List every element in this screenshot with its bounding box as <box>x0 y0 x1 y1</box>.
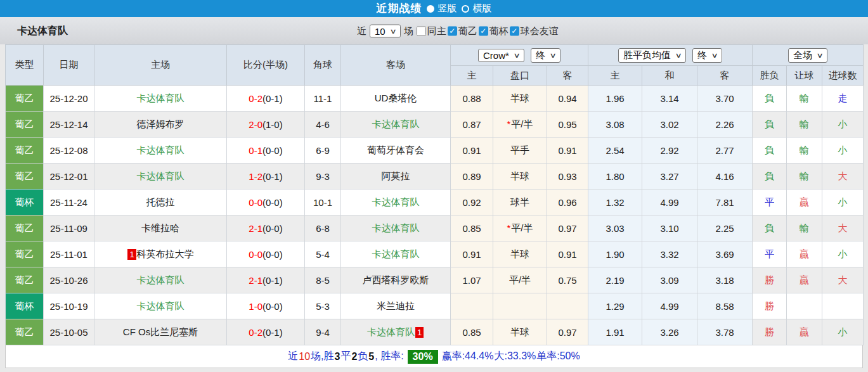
score-cell: 1-2(0-1) <box>227 164 305 189</box>
euro-home-odds: 1.91 <box>588 319 642 345</box>
col-header-date: 日期 <box>44 45 94 86</box>
recent-count-select[interactable]: 10 ∨ <box>370 24 401 37</box>
filter-checkbox-3[interactable]: ✓球会友谊 <box>510 25 559 37</box>
score-cell: 0-0(0-0) <box>227 189 305 215</box>
subheader-euro-away: 客 <box>697 66 753 86</box>
away-team-name[interactable]: 卡达体育队 <box>367 326 415 337</box>
summary-text-segment: , 胜率: <box>375 350 403 363</box>
filter-checkbox-0[interactable]: ✓同主 <box>417 25 446 37</box>
match-type-badge: 葡乙 <box>6 112 44 138</box>
euro-home-odds: 1.90 <box>588 241 642 267</box>
half-time-score: (0-1) <box>262 327 283 338</box>
result-wdl: 平 <box>753 241 787 267</box>
result-goals: 大 <box>822 215 864 241</box>
euro-away-odds: 2.26 <box>697 112 753 138</box>
checkbox-unchecked-icon[interactable]: ✓ <box>417 26 426 35</box>
summary-text-segment: 2 <box>351 351 357 362</box>
radio-selected-icon[interactable] <box>427 5 434 13</box>
result-handicap: 輸 <box>787 86 822 112</box>
home-team-name[interactable]: 德泽姆布罗 <box>137 119 185 129</box>
euro-odds-select[interactable]: 胜平负均值 ∨ <box>618 48 686 63</box>
checkbox-checked-icon[interactable]: ✓ <box>510 26 519 35</box>
asian-handicap: *平/半 <box>493 215 547 241</box>
euro-home-odds: 1.29 <box>588 293 642 319</box>
asian-handicap: *平/半 <box>493 112 547 138</box>
asian-time-value: 终 <box>536 49 545 61</box>
corner-count: 11-1 <box>305 86 341 112</box>
euro-home-odds: 3.08 <box>588 112 642 138</box>
away-team-name[interactable]: UD桑塔伦 <box>375 93 417 103</box>
away-team-name[interactable]: 卡达体育队 <box>372 119 420 129</box>
full-time-score: 0-2 <box>249 327 262 338</box>
filter-checkbox-label: 葡乙 <box>458 25 477 37</box>
result-handicap-value: 輸 <box>800 93 809 103</box>
result-goals-value: 走 <box>838 93 848 103</box>
home-team-name[interactable]: 卡达体育队 <box>137 93 185 103</box>
home-team-name[interactable]: 卡达体育队 <box>137 300 185 311</box>
score-cell: 0-1(0-0) <box>227 138 305 164</box>
table-row: 葡杯25-10-19卡达体育队1-0(0-0)5-3米兰迪拉1.294.998.… <box>6 293 864 319</box>
away-team-name[interactable]: 卡达体育队 <box>372 222 420 233</box>
corner-count: 6-8 <box>305 215 341 241</box>
home-team-name[interactable]: 卡达体育队 <box>137 144 185 155</box>
home-team-name[interactable]: 科英布拉大学 <box>137 248 194 259</box>
result-handicap: 輸 <box>787 112 822 138</box>
away-team-name[interactable]: 卢西塔科罗欧斯 <box>363 274 429 285</box>
result-wdl: 負 <box>753 138 787 164</box>
half-time-score: (0-0) <box>262 197 283 208</box>
match-date: 25-11-24 <box>44 189 94 215</box>
table-row: 葡乙25-10-05CF Os比兰尼塞斯0-2(0-1)9-4卡达体育队10.8… <box>6 319 864 345</box>
home-team-name[interactable]: 卡达体育队 <box>137 274 185 285</box>
summary-text-segment: 赢率:44.4% <box>442 350 494 363</box>
filter-checkbox-1[interactable]: ✓葡乙 <box>448 25 477 37</box>
euro-away-odds: 3.69 <box>697 241 753 267</box>
layout-radio-vertical[interactable]: 竖版 <box>427 3 457 15</box>
bookmaker-select[interactable]: Crow* ∨ <box>478 49 524 62</box>
subheader-wdl: 胜负 <box>753 66 787 86</box>
result-handicap-value: 贏 <box>800 274 809 285</box>
home-team-cell: 卡达体育队 <box>94 267 227 293</box>
layout-radio-horizontal[interactable]: 横版 <box>462 3 492 15</box>
euro-draw-odds: 3.32 <box>642 241 697 267</box>
home-team-name[interactable]: 卡维拉哈 <box>141 222 179 233</box>
radio-unselected-icon[interactable] <box>462 5 469 13</box>
asian-away-odds: 0.97 <box>547 215 588 241</box>
home-team-name[interactable]: 托德拉 <box>146 196 175 207</box>
checkbox-checked-icon[interactable]: ✓ <box>448 26 457 35</box>
radio-vertical-label[interactable]: 竖版 <box>438 3 457 15</box>
euro-draw-odds: 4.99 <box>642 293 697 319</box>
euro-time-select[interactable]: 终 ∨ <box>692 48 722 63</box>
result-wdl-value: 負 <box>765 144 774 155</box>
away-team-name[interactable]: 葡萄牙体育会 <box>367 144 424 155</box>
home-team-name[interactable]: CF Os比兰尼塞斯 <box>123 326 198 337</box>
corner-count: 5-3 <box>305 293 341 319</box>
away-team-name[interactable]: 卡达体育队 <box>372 196 420 207</box>
summary-text-segment: 近 <box>288 350 298 363</box>
result-wdl-value: 勝 <box>765 326 774 337</box>
table-row: 葡杯25-11-24托德拉0-0(0-0)10-1卡达体育队0.92球半0.96… <box>6 189 864 215</box>
result-group-header: 全场 ∨ <box>753 45 864 66</box>
home-team-name[interactable]: 卡达体育队 <box>137 170 185 181</box>
header-group-row: 类型 日期 主场 比分(半场) 角球 客场 Crow* ∨ 终 ∨ <box>6 45 864 66</box>
asian-away-odds <box>547 293 588 319</box>
home-team-cell: 卡达体育队 <box>94 293 227 319</box>
away-team-name[interactable]: 米兰迪拉 <box>377 300 415 311</box>
asian-time-select[interactable]: 终 ∨ <box>531 48 560 63</box>
chevron-down-icon: ∨ <box>513 51 520 60</box>
result-goals-value: 小 <box>838 144 848 155</box>
away-team-name[interactable]: 卡达体育队 <box>372 248 420 259</box>
radio-horizontal-label[interactable]: 横版 <box>473 3 492 15</box>
euro-away-odds: 3.70 <box>697 86 753 112</box>
summary-text-segment: 3 <box>335 351 340 362</box>
col-header-score: 比分(半场) <box>227 45 305 86</box>
away-team-name[interactable]: 阿莫拉 <box>382 170 410 181</box>
result-wdl-value: 負 <box>765 222 774 233</box>
asian-away-odds: 0.94 <box>547 86 588 112</box>
asian-home-odds: 0.91 <box>451 138 493 164</box>
filter-checkbox-2[interactable]: ✓葡杯 <box>479 25 508 37</box>
summary-row: 近10场,胜3平2负5, 胜率:30%赢率:44.4% 大:33.3% 单率:5… <box>5 345 863 368</box>
chevron-down-icon: ∨ <box>549 51 556 60</box>
result-goals: 大 <box>822 164 864 189</box>
scope-select[interactable]: 全场 ∨ <box>788 48 827 63</box>
checkbox-checked-icon[interactable]: ✓ <box>479 26 488 35</box>
